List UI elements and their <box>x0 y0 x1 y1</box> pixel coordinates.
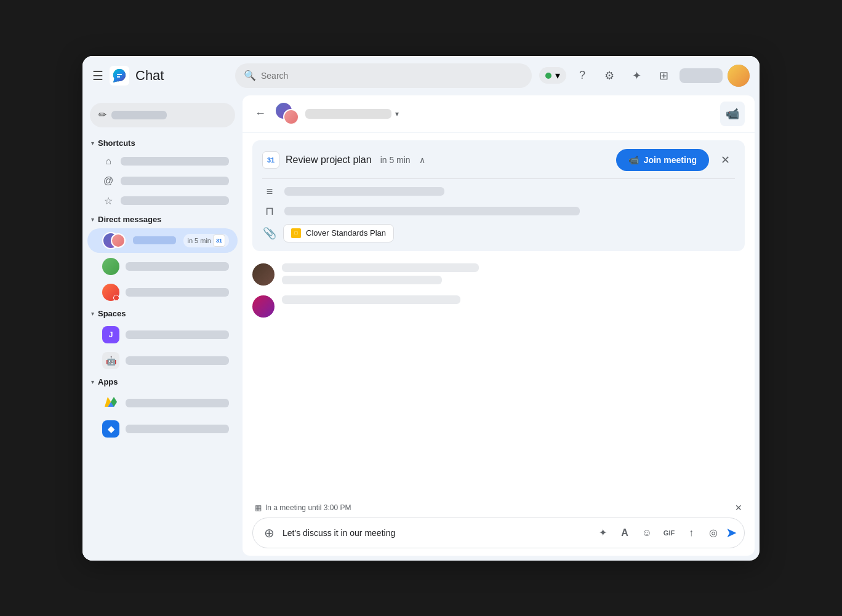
back-button[interactable]: ← <box>252 105 268 122</box>
msg1-content <box>282 263 745 288</box>
close-banner-button[interactable]: ✕ <box>715 150 735 170</box>
emoji-button[interactable]: ☺ <box>637 523 657 543</box>
dm-badge-text: in 5 min <box>187 237 211 244</box>
shortcuts-label: Shortcuts <box>98 138 135 148</box>
spark-button[interactable]: ✦ <box>625 65 648 87</box>
attachment-label: Clover Standards Plan <box>306 228 386 238</box>
status-pill[interactable]: ▾ <box>539 67 566 84</box>
sidebar-item-space-bot[interactable]: 🤖 <box>87 348 238 373</box>
hamburger-icon[interactable]: ☰ <box>92 68 103 83</box>
video-call-button[interactable]: 📹 <box>720 102 745 126</box>
sidebar-item-starred[interactable]: ☆ <box>87 191 238 210</box>
header-chevron-icon[interactable]: ▾ <box>395 110 399 118</box>
chat-header-avatar <box>275 102 299 126</box>
sidebar-item-space-j[interactable]: J <box>87 322 238 347</box>
sidebar: ✏ ▾ Shortcuts ⌂ @ ☆ ▾ <box>82 95 243 561</box>
status-dot <box>545 73 551 79</box>
send-button[interactable]: ➤ <box>726 525 737 541</box>
dm3-notification-dot <box>113 295 119 301</box>
dm3-name-placeholder <box>126 288 229 297</box>
message-row <box>252 263 745 288</box>
calendar-icon: 31 <box>262 151 279 169</box>
attachment-icon: 📎 <box>262 226 277 240</box>
video-icon: 📹 <box>726 107 739 121</box>
detail2-placeholder <box>284 207 580 215</box>
input-bar: ⊕ ✦ A ☺ GIF <box>252 518 745 548</box>
shortcuts-section-header[interactable]: ▾ Shortcuts <box>82 135 243 151</box>
topbar-right: ▾ ? ⚙ ✦ ⊞ <box>539 65 750 87</box>
chat-header-name: ▾ <box>305 109 714 119</box>
mic-button[interactable]: ◎ <box>704 523 723 543</box>
join-btn-label: Join meeting <box>644 155 697 165</box>
apps-chevron-icon: ▾ <box>91 378 94 385</box>
spaces-label: Spaces <box>98 309 126 318</box>
attachment-row: 📎 □ Clover Standards Plan <box>262 224 735 242</box>
apps-section-header[interactable]: ▾ Apps <box>82 374 243 390</box>
settings-icon: ⚙ <box>604 69 614 82</box>
meeting-title: Review project plan <box>286 154 372 166</box>
grid-button[interactable]: ⊞ <box>652 65 675 87</box>
gif-label: GIF <box>664 529 675 537</box>
drive-name-placeholder <box>126 399 229 407</box>
detail-lines-icon: ≡ <box>262 185 277 198</box>
message-input[interactable] <box>283 528 588 538</box>
input-actions: ✦ A ☺ GIF ↑ <box>593 523 737 543</box>
spaces-section-header[interactable]: ▾ Spaces <box>82 305 243 322</box>
add-button[interactable]: ⊕ <box>260 526 278 540</box>
emoji-icon: ☺ <box>642 527 652 538</box>
messages-area <box>243 258 755 498</box>
drive-icon <box>102 394 119 412</box>
meeting-expand-icon[interactable]: ∧ <box>419 155 425 165</box>
home-icon: ⌂ <box>102 156 114 167</box>
join-meeting-button[interactable]: 📹 Join meeting <box>616 149 709 171</box>
chat-area: ← ▾ 📹 <box>243 95 755 556</box>
spark-input-button[interactable]: ✦ <box>593 523 612 543</box>
sidebar-item-app2[interactable]: ◆ <box>87 417 238 441</box>
sidebar-item-home[interactable]: ⌂ <box>87 152 238 170</box>
sidebar-item-dm-2[interactable] <box>87 254 238 279</box>
dm-chevron-icon: ▾ <box>91 216 94 223</box>
user-avatar[interactable] <box>728 65 750 87</box>
dm-active-name-placeholder <box>133 236 176 244</box>
meeting-status-close-button[interactable]: ✕ <box>735 503 742 513</box>
settings-button[interactable]: ⚙ <box>598 65 620 87</box>
search-bar[interactable]: 🔍 <box>235 63 532 88</box>
meeting-detail-row-1: ≡ <box>262 185 735 198</box>
mention-label-placeholder <box>121 177 229 185</box>
upload-button[interactable]: ↑ <box>681 523 701 543</box>
space-j-name-placeholder <box>126 330 229 339</box>
format-button[interactable]: A <box>615 523 635 543</box>
search-input[interactable] <box>261 71 523 81</box>
dm-label: Direct messages <box>98 215 161 224</box>
message-row <box>252 295 745 318</box>
dm3-avatar-wrapper <box>102 284 119 301</box>
meeting-banner-top: 31 Review project plan in 5 min ∧ 📹 Join… <box>262 149 735 171</box>
space-bot-name-placeholder <box>126 356 229 365</box>
sidebar-item-drive[interactable] <box>87 391 238 415</box>
meeting-status-icon: ▦ <box>255 503 262 512</box>
attachment-chip[interactable]: □ Clover Standards Plan <box>283 224 394 242</box>
sidebar-item-dm-3[interactable] <box>87 280 238 305</box>
msg1-line2 <box>282 276 442 284</box>
new-chat-button[interactable]: ✏ <box>90 103 235 127</box>
topbar: ☰ Chat 🔍 <box>82 56 760 95</box>
sidebar-item-mention[interactable]: @ <box>87 172 238 190</box>
close-banner-icon: ✕ <box>721 153 730 167</box>
format-icon: A <box>621 527 628 538</box>
new-chat-label-placeholder <box>111 111 167 119</box>
spaces-chevron-icon: ▾ <box>91 310 94 317</box>
dm-section-header[interactable]: ▾ Direct messages <box>82 211 243 228</box>
search-icon: 🔍 <box>244 70 256 81</box>
detail-location-icon: ⊓ <box>262 204 277 218</box>
help-button[interactable]: ? <box>571 65 593 87</box>
gif-button[interactable]: GIF <box>659 523 679 543</box>
space-bot-icon: 🤖 <box>102 352 119 369</box>
sidebar-item-dm-active[interactable]: in 5 min 31 <box>87 228 238 253</box>
dm2-name-placeholder <box>126 262 229 271</box>
meeting-status-bar: ▦ In a meeting until 3:00 PM ✕ <box>252 503 745 513</box>
msg2-content <box>282 295 745 308</box>
chat-header: ← ▾ 📹 <box>243 95 755 133</box>
star-icon: ☆ <box>102 195 114 207</box>
meeting-banner: 31 Review project plan in 5 min ∧ 📹 Join… <box>252 140 745 251</box>
dm-meeting-badge: in 5 min 31 <box>183 234 229 247</box>
